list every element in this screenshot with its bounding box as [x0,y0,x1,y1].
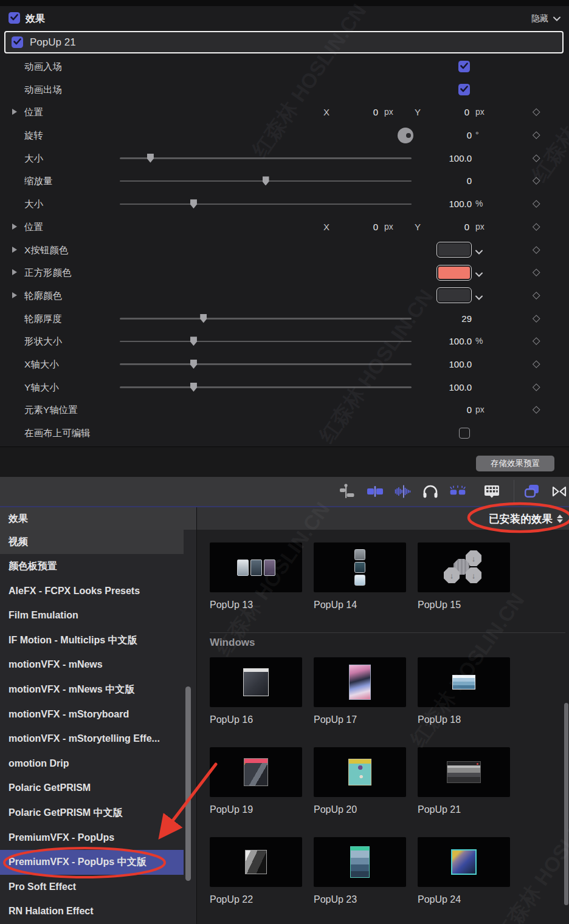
trim-icon[interactable] [366,482,384,501]
slider-track[interactable] [120,386,412,388]
y-value[interactable]: 0 [426,216,469,239]
sidebar-section-video[interactable]: 视频 [0,530,184,554]
parameter-checkbox[interactable] [458,84,470,95]
x-value[interactable]: 0 [336,101,378,124]
keyframe-diamond-icon[interactable] [533,360,540,368]
effects-browser-icon[interactable] [523,482,541,501]
installed-effects-dropdown[interactable]: 已安装的效果 [197,507,569,530]
sidebar-item[interactable]: motionVFX - mStoryboard [0,702,184,727]
sidebar-scrollbar[interactable] [185,686,191,881]
effect-tile[interactable]: ↓↓↓PopUp 15 [418,542,510,611]
keyframe-diamond-icon[interactable] [533,246,540,253]
effects-enable-checkbox[interactable] [9,12,20,24]
effect-tile[interactable]: PopUp 14 [314,542,406,611]
effect-tile[interactable]: PopUp 20 [314,747,406,815]
keyframe-diamond-icon[interactable] [533,154,540,162]
sidebar-item[interactable]: motionVFX - mNews 中文版 [0,677,184,702]
sidebar-item[interactable]: motionVFX - mStorytelling Effe... [0,727,184,751]
effect-tile-row: PopUp 19PopUp 20PopUp 21 [210,747,569,815]
slider-thumb[interactable] [200,314,207,323]
chevron-down-icon[interactable] [475,269,483,279]
effect-tile[interactable]: PopUp 22 [210,837,302,905]
slider-track[interactable] [120,341,412,343]
effect-tile[interactable]: PopUp 13 [210,542,302,611]
keyframe-diamond-icon[interactable] [533,269,540,276]
keyframe-diamond-icon[interactable] [533,200,540,207]
color-well[interactable] [436,265,472,281]
effect-tile[interactable]: PopUp 24 [418,837,510,905]
keyframe-diamond-icon[interactable] [533,292,540,299]
sidebar-item[interactable]: motionVFX - mNews [0,652,184,677]
sidebar-item[interactable]: PremiumVFX - PopUps [0,826,184,850]
slider-thumb[interactable] [147,154,154,163]
audio-waveform-icon[interactable] [394,482,412,501]
keyframe-diamond-icon[interactable] [533,406,540,414]
parameter-value[interactable]: 29 [389,307,472,330]
slider-track[interactable] [120,318,412,320]
sidebar-item[interactable]: omotion Drip [0,751,184,776]
disclosure-triangle-icon[interactable] [12,247,17,253]
disclosure-triangle-icon[interactable] [12,109,17,115]
slider-track[interactable] [120,204,412,205]
sidebar-item[interactable]: Polaric GetPRISM [0,776,184,801]
keyframe-diamond-icon[interactable] [533,223,540,230]
timeline-index-icon[interactable] [338,482,356,501]
sidebar-item[interactable]: Pro Soft Effect [0,875,184,900]
transitions-browser-icon[interactable] [550,482,568,501]
parameter-value[interactable]: 100.0 [389,147,472,170]
headphones-icon[interactable] [421,482,440,501]
parameter-value[interactable]: 100.0 [389,330,472,353]
parameter-value[interactable]: 0 [389,399,472,422]
disclosure-triangle-icon[interactable] [12,269,17,275]
keyframe-diamond-icon[interactable] [533,131,540,139]
effect-tile[interactable]: PopUp 17 [314,657,406,725]
parameter-value[interactable]: 0 [389,124,472,147]
effect-tile[interactable]: PopUp 18 [418,657,510,725]
slider-thumb[interactable] [190,383,197,392]
sidebar-item[interactable]: IF Motion - Multiclips 中文版 [0,628,184,653]
slider-thumb[interactable] [263,176,269,185]
parameter-value[interactable]: 100.0 [389,193,472,216]
snapping-icon[interactable] [449,482,467,501]
slider-thumb[interactable] [190,360,197,369]
parameter-checkbox[interactable] [459,428,470,439]
disclosure-triangle-icon[interactable] [12,224,17,230]
chevron-down-icon[interactable] [475,292,483,303]
keyframe-diamond-icon[interactable] [533,177,540,185]
slider-track[interactable] [120,157,412,159]
parameter-value[interactable]: 100.0 [389,376,472,399]
effect-tile[interactable]: PopUp 19 [210,747,302,815]
keyframe-diamond-icon[interactable] [533,315,540,322]
color-well[interactable] [436,287,472,303]
sidebar-item[interactable]: Film Emulation [0,603,184,628]
effect-tile[interactable]: PopUp 23 [314,837,406,905]
keyframe-diamond-icon[interactable] [533,337,540,344]
parameter-checkbox[interactable] [458,61,470,72]
sidebar-item[interactable]: AleFX - FCPX Looks Presets [0,579,184,604]
effects-browser-header: 效果 已安装的效果 [0,506,569,530]
slider-track[interactable] [120,363,412,365]
keyframe-diamond-icon[interactable] [533,383,540,391]
slider-thumb[interactable] [190,199,197,208]
x-value[interactable]: 0 [336,216,378,239]
parameter-value[interactable]: 0 [389,169,472,193]
sidebar-item[interactable]: Polaric GetPRISM 中文版 [0,801,184,826]
y-value[interactable]: 0 [426,101,469,124]
sidebar-item[interactable]: PremiumVFX - PopUps 中文版 [0,850,184,875]
save-effect-preset-button[interactable]: 存储效果预置 [476,456,554,471]
grid-scrollbar[interactable] [564,703,568,905]
sidebar-item[interactable]: 颜色板预置 [0,554,184,579]
slider-thumb[interactable] [190,337,197,346]
hide-button[interactable]: 隐藏 [531,6,560,31]
filmstrip-icon[interactable] [483,482,501,501]
parameter-value[interactable]: 100.0 [389,353,472,376]
sidebar-item[interactable]: RN Halation Effect [0,899,184,924]
disclosure-triangle-icon[interactable] [12,292,17,298]
effect-checkbox[interactable] [12,36,23,48]
chevron-down-icon[interactable] [475,246,483,257]
keyframe-diamond-icon[interactable] [533,109,540,116]
selected-effect-row[interactable]: PopUp 21 [4,31,564,53]
effect-tile[interactable]: PopUp 16 [210,657,302,725]
effect-tile[interactable]: PopUp 21 [418,747,510,815]
color-well[interactable] [436,242,472,258]
